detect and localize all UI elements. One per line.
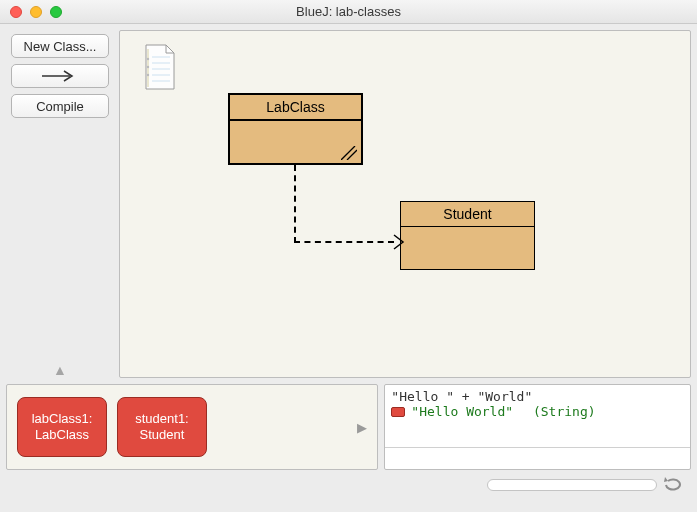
object-bench[interactable]: labClass1: LabClass student1: Student ▶ (6, 384, 378, 470)
object-class: Student (140, 427, 185, 443)
class-hatch-icon (341, 146, 357, 160)
class-box-student[interactable]: Student (400, 201, 535, 270)
codepad-result-value: "Hello World" (411, 404, 513, 419)
dependency-arrow[interactable] (294, 241, 394, 243)
svg-line-11 (347, 150, 357, 160)
object-instance-labclass1[interactable]: labClass1: LabClass (17, 397, 107, 457)
codepad-output: "Hello " + "World" "Hello World" (String… (385, 385, 690, 447)
main-area: New Class... Compile ▲ (0, 24, 697, 384)
window-title: BlueJ: lab-classes (0, 4, 697, 19)
dependency-arrowhead-icon (393, 234, 405, 250)
new-dependency-arrow-button[interactable] (11, 64, 109, 88)
collapse-toggle-icon[interactable]: ▲ (53, 362, 67, 378)
svg-point-3 (147, 66, 149, 68)
object-result-icon[interactable] (391, 407, 405, 417)
class-name-label: LabClass (230, 95, 361, 121)
svg-point-2 (147, 58, 149, 60)
bluej-window: BlueJ: lab-classes New Class... Compile … (0, 0, 697, 512)
dependency-arrow[interactable] (294, 165, 296, 243)
object-name: labClass1: (32, 411, 93, 427)
class-name-label: Student (401, 202, 534, 227)
sidebar: New Class... Compile ▲ (6, 30, 114, 378)
run-tests-button[interactable] (663, 476, 687, 494)
bench-scroll-right-icon[interactable]: ▶ (357, 420, 367, 435)
class-box-labclass[interactable]: LabClass (228, 93, 363, 165)
progress-bar (487, 479, 657, 491)
titlebar[interactable]: BlueJ: lab-classes (0, 0, 697, 24)
compile-button[interactable]: Compile (11, 94, 109, 118)
readme-file-icon[interactable] (140, 43, 180, 91)
object-instance-student1[interactable]: student1: Student (117, 397, 207, 457)
arrow-right-icon (40, 69, 80, 83)
svg-point-4 (147, 74, 149, 76)
codepad: "Hello " + "World" "Hello World" (String… (384, 384, 691, 470)
object-class: LabClass (35, 427, 89, 443)
bottom-area: labClass1: LabClass student1: Student ▶ … (0, 384, 697, 476)
class-diagram-canvas[interactable]: LabClass Student (119, 30, 691, 378)
new-class-button[interactable]: New Class... (11, 34, 109, 58)
codepad-expression: "Hello " + "World" (391, 389, 684, 404)
codepad-result-line: "Hello World" (String) (391, 404, 684, 419)
object-name: student1: (135, 411, 189, 427)
status-bar (0, 476, 697, 502)
codepad-input[interactable] (385, 447, 690, 469)
codepad-result-type: (String) (533, 404, 596, 419)
svg-line-10 (341, 146, 355, 160)
